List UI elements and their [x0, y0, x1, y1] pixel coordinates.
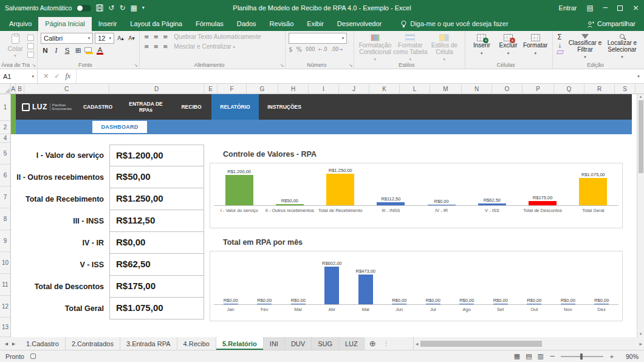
fill-down-icon[interactable]: ↓ [557, 43, 563, 49]
column-header-A[interactable]: A [11, 84, 16, 94]
zoom-in-icon[interactable]: + [609, 353, 615, 360]
save-icon[interactable] [96, 4, 103, 12]
page-layout-view-icon[interactable]: ▤ [526, 352, 532, 360]
ribbon-tab-exibir[interactable]: Exibir [300, 17, 331, 31]
row-header-7[interactable]: 7 [0, 186, 10, 208]
minimize-icon[interactable]: ─ [603, 4, 608, 12]
column-header-K[interactable]: K [369, 84, 400, 94]
ribbon-tab-revisao[interactable]: Revisão [263, 17, 301, 31]
row-header-9[interactable]: 9 [0, 230, 10, 252]
column-header-B[interactable]: B [16, 84, 24, 94]
wrap-text-button[interactable]: Quebrar Texto Automaticamente [174, 33, 261, 40]
currency-format-icon[interactable]: $ [289, 46, 292, 53]
column-header-E[interactable]: E [204, 84, 218, 94]
clipboard-dialog-launcher-icon[interactable]: ↘ [32, 63, 36, 68]
vertical-scroll-thumb[interactable] [639, 100, 643, 173]
row-header-2[interactable]: 2 [0, 121, 10, 134]
summary-value-cell[interactable]: R$0,00 [109, 232, 204, 254]
column-header-I[interactable]: I [309, 84, 339, 94]
sheet-tab-duv[interactable]: DUV [285, 337, 312, 350]
redo-icon[interactable]: ↻ [119, 4, 125, 12]
record-macro-icon[interactable] [30, 353, 36, 359]
summary-value-cell[interactable]: R$1.200,00 [109, 145, 204, 166]
number-format-combo[interactable]: ▾ [289, 33, 347, 44]
align-middle-icon[interactable]: ≡ [152, 33, 159, 40]
summary-label-cell[interactable]: IV - IR [11, 232, 109, 254]
select-all-corner[interactable] [0, 84, 11, 94]
align-right-icon[interactable]: ≡ [162, 43, 169, 50]
column-header-N[interactable]: N [462, 84, 492, 94]
row-header-5[interactable]: 5 [0, 143, 10, 165]
copy-icon[interactable] [27, 43, 34, 49]
expand-formula-bar-icon[interactable]: ▾ [633, 69, 644, 83]
close-icon[interactable]: × [632, 4, 639, 12]
sheet-tab-luz[interactable]: LUZ [339, 337, 365, 350]
font-family-combo[interactable]: Calibri ▾ [41, 33, 93, 44]
summary-label-cell[interactable]: Total de Descontos [11, 276, 109, 298]
zoom-out-icon[interactable]: ─ [549, 352, 555, 360]
column-header-J[interactable]: J [339, 84, 369, 94]
cell-styles-button[interactable]: Estilos de Célula ▾ [428, 33, 461, 63]
ribbon-tab-dados[interactable]: Dados [230, 17, 263, 31]
zoom-slider-thumb[interactable] [580, 353, 583, 360]
summary-label-cell[interactable]: II - Outros recebimentos [11, 166, 109, 188]
align-bottom-icon[interactable]: ≡ [162, 33, 169, 40]
page-break-view-icon[interactable]: ▥ [538, 352, 544, 360]
column-header-G[interactable]: G [247, 84, 278, 94]
new-sheet-button[interactable]: ⊕ [365, 337, 381, 350]
sheet-tab-ini[interactable]: INI [264, 337, 285, 350]
cancel-entry-icon[interactable]: ✕ [43, 72, 49, 80]
zoom-level[interactable]: 90% [620, 353, 639, 360]
previous-sheet-icon[interactable]: ◂ [5, 340, 8, 347]
cut-icon[interactable] [27, 35, 34, 41]
find-select-button[interactable]: Localizar e Selecionar ▾ [603, 33, 641, 61]
bold-button[interactable]: N [41, 46, 50, 55]
column-header-M[interactable]: M [430, 84, 462, 94]
horizontal-scroll-thumb[interactable] [420, 341, 542, 347]
underline-button[interactable]: S [63, 46, 72, 55]
nav-item-recibo[interactable]: RECIBO [171, 94, 211, 120]
column-header-P[interactable]: P [522, 84, 554, 94]
ribbon-display-options-icon[interactable]: ▤ [587, 4, 594, 12]
font-size-combo[interactable]: 12 ▾ [95, 33, 114, 44]
number-dialog-launcher-icon[interactable]: ↘ [349, 63, 353, 68]
shrink-font-icon[interactable]: A▾ [127, 34, 136, 43]
nav-item-instrucoes[interactable]: INSTRUÇÕES [259, 94, 310, 120]
sheet-tab-3-entrada-rpa[interactable]: 3.Entrada RPA [120, 337, 177, 350]
summary-value-cell[interactable]: R$50,00 [109, 166, 204, 188]
align-top-icon[interactable]: ≡ [143, 33, 150, 40]
delete-cells-button[interactable]: × Excluir ▾ [495, 33, 522, 56]
column-header-H[interactable]: H [278, 84, 309, 94]
borders-icon[interactable]: ⊞ [74, 46, 83, 55]
column-header-F[interactable]: F [218, 84, 247, 94]
column-header-C[interactable]: C [24, 84, 109, 94]
undo-icon[interactable]: ↺ [108, 4, 114, 12]
summary-value-cell[interactable]: R$62,50 [109, 254, 204, 276]
format-as-table-button[interactable]: Formatar como Tabela ▾ [392, 33, 428, 63]
normal-view-icon[interactable]: ▦ [514, 352, 520, 360]
column-header-D[interactable]: D [109, 84, 204, 94]
autosave-toggle[interactable] [77, 5, 91, 12]
sort-filter-button[interactable]: Classificar e Filtrar ▾ [567, 33, 603, 61]
insert-cells-button[interactable]: + Inserir ▾ [468, 33, 495, 56]
summary-label-cell[interactable]: Total Geral [11, 298, 109, 319]
increase-decimal-icon[interactable]: ←.0 [318, 47, 327, 52]
summary-label-cell[interactable]: V - ISS [11, 254, 109, 276]
ribbon-tab-pagina-inicial[interactable]: Página Inicial [38, 17, 91, 31]
name-box[interactable]: A1 ▾ [0, 69, 38, 83]
row-header-11[interactable]: 11 [0, 274, 10, 296]
ribbon-tab-arquivo[interactable]: Arquivo [2, 17, 38, 31]
summary-value-cell[interactable]: R$175,00 [109, 276, 204, 298]
column-header-L[interactable]: L [400, 84, 430, 94]
zoom-slider[interactable] [561, 356, 603, 357]
summary-value-cell[interactable]: R$112,50 [109, 210, 204, 232]
format-painter-icon[interactable] [27, 52, 34, 58]
align-center-icon[interactable]: ≡ [152, 43, 159, 50]
ribbon-tab-inserir[interactable]: Inserir [92, 17, 124, 31]
summary-label-cell[interactable]: Total de Recebimento [11, 188, 109, 210]
column-header-R[interactable]: R [584, 84, 615, 94]
chart-controle-valores[interactable]: R$1.200,00R$50,00R$1.250,00R$112,50R$0,0… [210, 163, 623, 228]
sheet-tab-5-relatorio[interactable]: 5.Relatório [216, 337, 264, 350]
decrease-decimal-icon[interactable]: .00→ [331, 47, 343, 52]
summary-label-cell[interactable]: I - Valor do serviço [11, 145, 109, 166]
